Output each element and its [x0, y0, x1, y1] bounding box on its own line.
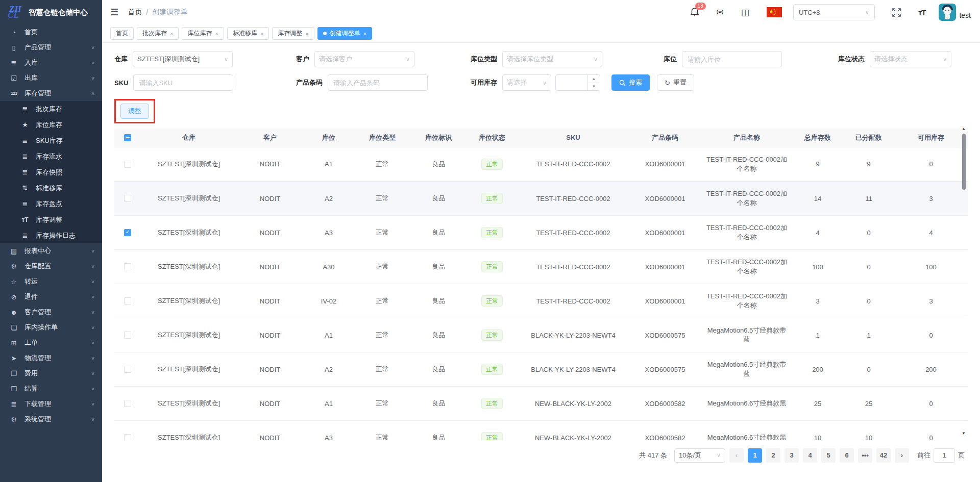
sidebar-item-warehouse-operation-order[interactable]: ❏库内操作单∨: [0, 320, 102, 335]
font-size-icon[interactable]: тT: [918, 8, 926, 17]
tab-create-adjust-order[interactable]: 创建调整单×: [317, 27, 372, 40]
sidebar-item-inventory-management[interactable]: 123库存管理∧: [0, 86, 102, 101]
location-status-select[interactable]: 请选择状态 ∨: [870, 51, 951, 67]
table-scrollbar[interactable]: ▲▼: [961, 129, 967, 440]
chevron-down-icon: ∨: [594, 56, 598, 63]
tab-home[interactable]: 首页: [110, 27, 134, 40]
row-checkbox[interactable]: [124, 366, 131, 373]
sidebar-item-inventory-flow[interactable]: ≣库存流水: [0, 148, 102, 164]
row-checkbox[interactable]: [124, 161, 131, 168]
timezone-select[interactable]: UTC+8 ∨: [793, 4, 875, 20]
location-type-select[interactable]: 请选择库位类型 ∨: [502, 51, 602, 67]
sku-input[interactable]: [133, 74, 233, 91]
warehouse-value: SZTEST[深圳测试仓]: [137, 55, 200, 64]
sidebar-item-inbound[interactable]: ≣入库∨: [0, 55, 102, 70]
sidebar-item-customer-management[interactable]: ☻客户管理∨: [0, 305, 102, 320]
close-icon[interactable]: ×: [170, 31, 173, 37]
sidebar-item-inventory-adjust[interactable]: тT库存调整: [0, 212, 102, 227]
close-icon[interactable]: ×: [363, 31, 366, 37]
row-checkbox[interactable]: [124, 400, 131, 407]
status-badge: 正常: [481, 329, 503, 341]
sidebar-item-logistics-management[interactable]: ➤物流管理∨: [0, 350, 102, 366]
sidebar-item-inventory-log[interactable]: ≣库存操作日志: [0, 227, 102, 243]
scrollbar-thumb[interactable]: [962, 134, 966, 190]
page-button-4[interactable]: 4: [803, 448, 817, 463]
stepper-down-icon[interactable]: ▼: [588, 83, 600, 91]
available-operator-select[interactable]: 请选择 ∨: [502, 74, 551, 91]
sidebar-item-product-management[interactable]: ▯产品管理∨: [0, 40, 102, 55]
location-input[interactable]: [682, 51, 782, 67]
search-button[interactable]: 搜索: [611, 74, 650, 91]
row-checkbox[interactable]: [124, 434, 131, 440]
tab-location-inventory[interactable]: 库位库存×: [182, 27, 224, 40]
sidebar-item-home[interactable]: ◔首页: [0, 24, 102, 40]
language-flag-icon[interactable]: ★ ★★ ★★: [767, 7, 782, 17]
tab-standard-transfer[interactable]: 标准移库×: [227, 27, 269, 40]
barcode-input[interactable]: [328, 74, 428, 91]
warehouse-label: 仓库: [114, 55, 128, 64]
scroll-down-icon[interactable]: ▼: [961, 431, 967, 436]
red-annotation-box: 调整: [114, 99, 155, 123]
warehouse-select[interactable]: SZTEST[深圳测试仓] ∨: [133, 51, 233, 67]
sidebar-item-transship[interactable]: ☆转运∨: [0, 274, 102, 289]
cell-available: 0: [894, 147, 968, 182]
select-all-checkbox[interactable]: [124, 134, 131, 141]
sidebar-item-label: 结算: [24, 384, 91, 393]
sidebar-item-inventory-snapshot[interactable]: ≣库存快照: [0, 164, 102, 180]
sidebar-item-warehouse-config[interactable]: ⚙仓库配置∨: [0, 259, 102, 274]
sidebar-item-standard-transfer[interactable]: ⇅标准移库: [0, 180, 102, 196]
username[interactable]: test: [959, 11, 971, 19]
page-button-1[interactable]: 1: [748, 448, 762, 463]
list-icon: ≣: [20, 200, 30, 208]
sidebar-item-download-management[interactable]: ≣下载管理∨: [0, 396, 102, 412]
sidebar-item-inventory-count[interactable]: ≣库存盘点: [0, 196, 102, 212]
sidebar-item-work-order[interactable]: ⊞工单∨: [0, 335, 102, 350]
row-checkbox[interactable]: [124, 229, 131, 236]
available-stock-stepper[interactable]: ▲ ▼: [555, 74, 600, 91]
page-button-6[interactable]: 6: [840, 448, 854, 463]
sidebar-item-outbound[interactable]: ☑出库∨: [0, 70, 102, 86]
row-checkbox[interactable]: [124, 297, 131, 305]
sidebar-item-sku-inventory[interactable]: ≣SKU库存: [0, 133, 102, 148]
page-button-42[interactable]: 42: [876, 448, 891, 463]
goto-page-input[interactable]: [934, 448, 955, 463]
customer-select[interactable]: 请选择客户 ∨: [314, 51, 414, 67]
sidebar-item-settlement[interactable]: ❒结算∨: [0, 381, 102, 396]
stepper-up-icon[interactable]: ▲: [588, 75, 600, 83]
row-checkbox[interactable]: [124, 195, 131, 202]
sidebar-item-fees[interactable]: ❐费用∨: [0, 366, 102, 381]
close-icon[interactable]: ×: [260, 31, 263, 37]
mail-icon[interactable]: ✉: [717, 7, 724, 18]
sidebar-item-label: 出库: [24, 73, 91, 83]
close-icon[interactable]: ×: [215, 31, 218, 37]
sidebar-item-location-inventory[interactable]: ★库位库存: [0, 117, 102, 133]
sidebar-item-report-center[interactable]: ▤报表中心∨: [0, 243, 102, 259]
page-button-2[interactable]: 2: [766, 448, 780, 463]
avatar[interactable]: [939, 4, 956, 21]
column-header: SKU: [518, 129, 629, 147]
next-page-button[interactable]: ›: [895, 448, 909, 463]
reset-button[interactable]: ↻ 重置: [657, 74, 694, 91]
tab-batch-inventory[interactable]: 批次库存×: [137, 27, 179, 40]
page-button-5[interactable]: 5: [821, 448, 836, 463]
tab-inventory-adjust[interactable]: 库存调整×: [272, 27, 314, 40]
row-checkbox[interactable]: [124, 263, 131, 270]
sidebar-item-returns[interactable]: ⊘退件∨: [0, 289, 102, 305]
adjust-button[interactable]: 调整: [120, 104, 149, 119]
columns-layout-icon[interactable]: ◫: [741, 7, 749, 18]
breadcrumb-home[interactable]: 首页: [128, 8, 142, 17]
sidebar-item-batch-inventory[interactable]: ≣批次库存: [0, 101, 102, 117]
sidebar-item-label: 入库: [24, 58, 91, 67]
collapse-sidebar-icon[interactable]: ☰: [110, 7, 118, 18]
sidebar-item-system-management[interactable]: ⚙系统管理∨: [0, 412, 102, 427]
more-pages-button[interactable]: •••: [858, 448, 872, 463]
prev-page-button[interactable]: ‹: [729, 448, 744, 463]
scroll-up-icon[interactable]: ▲: [961, 126, 967, 131]
cell-location_mark: 良品: [410, 284, 467, 318]
notification-bell-icon[interactable]: 13: [690, 7, 699, 17]
page-size-select[interactable]: 10条/页 ∨: [674, 448, 725, 463]
fullscreen-icon[interactable]: [892, 8, 901, 17]
page-button-3[interactable]: 3: [785, 448, 799, 463]
row-checkbox[interactable]: [124, 332, 131, 339]
close-icon[interactable]: ×: [305, 31, 308, 37]
